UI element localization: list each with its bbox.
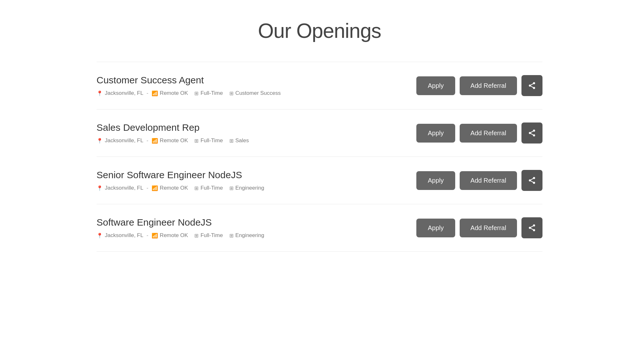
svg-line-4 xyxy=(531,84,533,85)
job-location: Jacksonville, FL xyxy=(105,90,143,96)
wifi-icon: 📶 xyxy=(152,233,158,239)
remote-item: 📶 Remote OK xyxy=(152,90,188,96)
wifi-icon: 📶 xyxy=(152,138,158,144)
dept-icon: ⊞ xyxy=(229,233,233,239)
grid-icon: ⊞ xyxy=(194,138,198,144)
job-remote: Remote OK xyxy=(160,185,188,191)
job-remote: Remote OK xyxy=(160,90,188,96)
job-row: Customer Success Agent 📍 Jacksonville, F… xyxy=(97,62,542,109)
share-icon xyxy=(528,176,536,185)
location-item: 📍 Jacksonville, FL xyxy=(97,232,143,239)
department-item: ⊞ Engineering xyxy=(229,232,264,239)
dept-icon: ⊞ xyxy=(229,138,233,144)
svg-point-11 xyxy=(529,179,531,182)
openings-list: Customer Success Agent 📍 Jacksonville, F… xyxy=(97,62,542,252)
add-referral-button-1[interactable]: Add Referral xyxy=(460,124,517,143)
job-info-2: Senior Software Engineer NodeJS 📍 Jackso… xyxy=(97,170,404,191)
svg-line-14 xyxy=(531,178,533,180)
wifi-icon: 📶 xyxy=(152,90,158,96)
department-item: ⊞ Engineering xyxy=(229,185,264,191)
job-meta-0: 📍 Jacksonville, FL - 📶 Remote OK ⊞ Full-… xyxy=(97,90,404,96)
location-icon: 📍 xyxy=(97,185,103,191)
job-department: Engineering xyxy=(235,232,264,239)
svg-point-15 xyxy=(533,224,535,227)
type-item: ⊞ Full-Time xyxy=(194,185,223,191)
svg-line-9 xyxy=(531,131,533,132)
svg-line-8 xyxy=(531,134,533,135)
svg-point-7 xyxy=(533,134,535,136)
job-row: Software Engineer NodeJS 📍 Jacksonville,… xyxy=(97,204,542,252)
add-referral-button-0[interactable]: Add Referral xyxy=(460,76,517,95)
share-button-0[interactable] xyxy=(521,75,542,96)
job-actions-0: Apply Add Referral xyxy=(416,75,542,96)
dept-icon: ⊞ xyxy=(229,185,233,191)
apply-button-1[interactable]: Apply xyxy=(416,124,455,143)
svg-point-5 xyxy=(533,130,535,132)
job-department: Sales xyxy=(235,137,249,144)
svg-point-10 xyxy=(533,177,535,179)
type-item: ⊞ Full-Time xyxy=(194,90,223,96)
svg-line-13 xyxy=(531,181,533,182)
job-type: Full-Time xyxy=(200,137,223,144)
job-department: Engineering xyxy=(235,185,264,191)
grid-icon: ⊞ xyxy=(194,90,198,96)
share-icon xyxy=(528,129,536,137)
page-title: Our Openings xyxy=(258,19,381,43)
job-meta-2: 📍 Jacksonville, FL - 📶 Remote OK ⊞ Full-… xyxy=(97,185,404,191)
job-remote: Remote OK xyxy=(160,232,188,239)
job-info-0: Customer Success Agent 📍 Jacksonville, F… xyxy=(97,75,404,96)
apply-button-0[interactable]: Apply xyxy=(416,76,455,95)
grid-icon: ⊞ xyxy=(194,185,198,191)
job-actions-3: Apply Add Referral xyxy=(416,217,542,238)
job-type: Full-Time xyxy=(200,232,223,239)
share-icon xyxy=(528,81,536,90)
job-location: Jacksonville, FL xyxy=(105,137,143,144)
svg-line-19 xyxy=(531,226,533,227)
share-button-1[interactable] xyxy=(521,122,542,144)
job-department: Customer Success xyxy=(235,90,281,96)
type-item: ⊞ Full-Time xyxy=(194,137,223,144)
job-info-1: Sales Development Rep 📍 Jacksonville, FL… xyxy=(97,122,404,144)
job-type: Full-Time xyxy=(200,90,223,96)
job-actions-1: Apply Add Referral xyxy=(416,122,542,144)
apply-button-2[interactable]: Apply xyxy=(416,171,455,190)
svg-point-16 xyxy=(529,227,531,229)
job-title-3: Software Engineer NodeJS xyxy=(97,217,404,228)
job-title-0: Customer Success Agent xyxy=(97,75,404,86)
share-button-2[interactable] xyxy=(521,170,542,191)
svg-line-18 xyxy=(531,228,533,230)
job-info-3: Software Engineer NodeJS 📍 Jacksonville,… xyxy=(97,217,404,239)
add-referral-button-3[interactable]: Add Referral xyxy=(460,219,517,237)
svg-point-17 xyxy=(533,229,535,231)
svg-point-12 xyxy=(533,182,535,184)
department-item: ⊞ Sales xyxy=(229,137,249,144)
job-row: Senior Software Engineer NodeJS 📍 Jackso… xyxy=(97,157,542,204)
svg-point-6 xyxy=(529,132,531,134)
svg-point-0 xyxy=(533,82,535,84)
dept-icon: ⊞ xyxy=(229,90,233,96)
job-location: Jacksonville, FL xyxy=(105,185,143,191)
job-actions-2: Apply Add Referral xyxy=(416,170,542,191)
remote-item: 📶 Remote OK xyxy=(152,232,188,239)
grid-icon: ⊞ xyxy=(194,233,198,239)
job-type: Full-Time xyxy=(200,185,223,191)
share-button-3[interactable] xyxy=(521,217,542,238)
location-item: 📍 Jacksonville, FL xyxy=(97,185,143,191)
remote-item: 📶 Remote OK xyxy=(152,185,188,191)
department-item: ⊞ Customer Success xyxy=(229,90,281,96)
location-icon: 📍 xyxy=(97,233,103,239)
job-title-2: Senior Software Engineer NodeJS xyxy=(97,170,404,180)
location-item: 📍 Jacksonville, FL xyxy=(97,90,143,96)
svg-point-1 xyxy=(529,85,531,87)
svg-point-2 xyxy=(533,87,535,89)
job-remote: Remote OK xyxy=(160,137,188,144)
location-icon: 📍 xyxy=(97,138,103,144)
apply-button-3[interactable]: Apply xyxy=(416,219,455,237)
add-referral-button-2[interactable]: Add Referral xyxy=(460,171,517,190)
job-meta-1: 📍 Jacksonville, FL - 📶 Remote OK ⊞ Full-… xyxy=(97,137,404,144)
job-meta-3: 📍 Jacksonville, FL - 📶 Remote OK ⊞ Full-… xyxy=(97,232,404,239)
job-title-1: Sales Development Rep xyxy=(97,122,404,133)
wifi-icon: 📶 xyxy=(152,185,158,191)
remote-item: 📶 Remote OK xyxy=(152,137,188,144)
type-item: ⊞ Full-Time xyxy=(194,232,223,239)
